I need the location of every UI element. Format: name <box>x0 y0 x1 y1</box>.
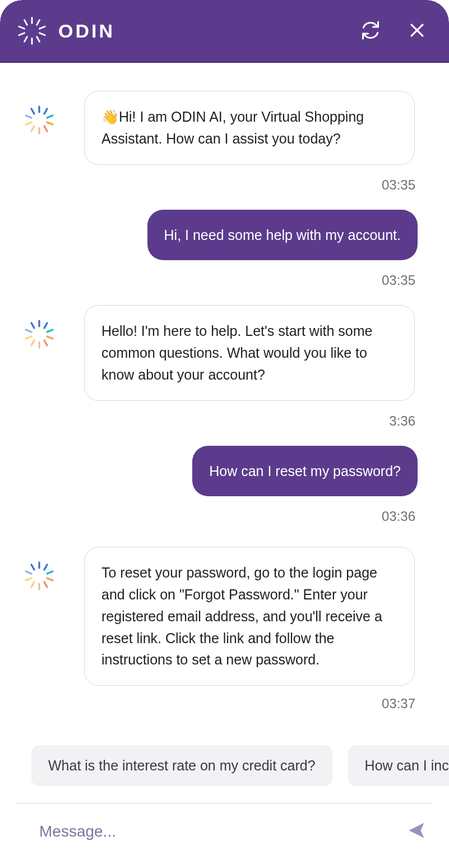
bot-avatar <box>22 91 84 139</box>
svg-line-6 <box>24 37 27 42</box>
message-text: Hi, I need some help with my account. <box>164 227 401 243</box>
message-time: 03:35 <box>22 169 418 210</box>
svg-line-24 <box>47 330 53 332</box>
message-row: Hello! I'm here to help. Let's start wit… <box>22 305 418 400</box>
message-row: How can I reset my password? <box>22 446 418 497</box>
svg-line-1 <box>37 20 40 25</box>
chat-header: ODIN <box>0 0 449 63</box>
chat-bottom: What is the interest rate on my credit c… <box>0 745 449 868</box>
svg-line-4 <box>37 37 40 42</box>
svg-line-16 <box>44 126 47 131</box>
svg-line-15 <box>47 122 53 124</box>
refresh-icon <box>360 20 381 42</box>
message-time: 03:36 <box>22 501 418 547</box>
svg-line-8 <box>19 26 25 29</box>
message-text: Hi! I am ODIN AI, your Virtual Shopping … <box>101 109 364 146</box>
message-row: 👋Hi! I am ODIN AI, your Virtual Shopping… <box>22 91 418 165</box>
odin-logo-icon <box>22 317 56 353</box>
wave-emoji: 👋 <box>101 109 119 124</box>
close-button[interactable] <box>408 21 427 41</box>
odin-logo-icon <box>16 15 48 47</box>
send-button[interactable] <box>406 820 427 842</box>
bot-message-bubble: Hello! I'm here to help. Let's start wit… <box>84 305 415 400</box>
message-input[interactable] <box>39 823 406 841</box>
svg-line-41 <box>31 565 34 570</box>
svg-line-13 <box>44 109 47 114</box>
bot-avatar <box>22 547 84 595</box>
svg-line-36 <box>44 582 47 587</box>
svg-line-25 <box>47 336 53 339</box>
svg-line-34 <box>47 571 53 574</box>
svg-line-30 <box>26 330 31 332</box>
svg-line-9 <box>24 20 27 25</box>
svg-line-38 <box>31 582 34 587</box>
close-icon <box>408 21 427 41</box>
svg-line-35 <box>47 578 53 580</box>
svg-line-20 <box>26 116 31 118</box>
message-time: 03:35 <box>22 265 418 305</box>
svg-line-7 <box>19 33 25 35</box>
svg-line-26 <box>44 340 47 345</box>
svg-line-29 <box>26 336 31 339</box>
suggestion-chip[interactable]: How can I increase my credit limit? <box>348 745 449 786</box>
svg-line-19 <box>26 122 31 124</box>
svg-line-3 <box>40 33 45 35</box>
message-row: Hi, I need some help with my account. <box>22 210 418 261</box>
svg-line-2 <box>40 26 45 29</box>
odin-logo-icon <box>22 559 56 595</box>
header-actions <box>360 20 427 42</box>
brand: ODIN <box>16 15 360 47</box>
svg-line-40 <box>26 571 31 574</box>
svg-line-14 <box>47 116 53 118</box>
message-time: 3:36 <box>22 405 418 446</box>
svg-line-31 <box>31 323 34 328</box>
refresh-button[interactable] <box>360 20 381 42</box>
bot-message-bubble: 👋Hi! I am ODIN AI, your Virtual Shopping… <box>84 91 415 165</box>
user-message-bubble: How can I reset my password? <box>192 446 418 497</box>
svg-line-23 <box>44 323 47 328</box>
brand-name: ODIN <box>58 20 115 42</box>
odin-logo-icon <box>22 103 56 139</box>
message-time: 03:37 <box>22 690 418 728</box>
divider <box>17 803 432 804</box>
message-text: Hello! I'm here to help. Let's start wit… <box>101 323 372 382</box>
message-text: How can I reset my password? <box>209 463 401 479</box>
message-row: To reset your password, go to the login … <box>22 547 418 686</box>
bot-avatar <box>22 305 84 353</box>
svg-line-28 <box>31 340 34 345</box>
suggestion-chips: What is the interest rate on my credit c… <box>0 745 449 786</box>
svg-line-18 <box>31 126 34 131</box>
send-icon <box>406 820 427 842</box>
svg-line-21 <box>31 109 34 114</box>
message-composer <box>0 814 449 842</box>
message-text: To reset your password, go to the login … <box>101 565 382 667</box>
suggestion-chip[interactable]: What is the interest rate on my credit c… <box>31 745 332 786</box>
svg-line-33 <box>44 565 47 570</box>
chat-transcript: 👋Hi! I am ODIN AI, your Virtual Shopping… <box>0 63 449 739</box>
bot-message-bubble: To reset your password, go to the login … <box>84 547 415 686</box>
svg-line-39 <box>26 578 31 580</box>
user-message-bubble: Hi, I need some help with my account. <box>147 210 418 261</box>
